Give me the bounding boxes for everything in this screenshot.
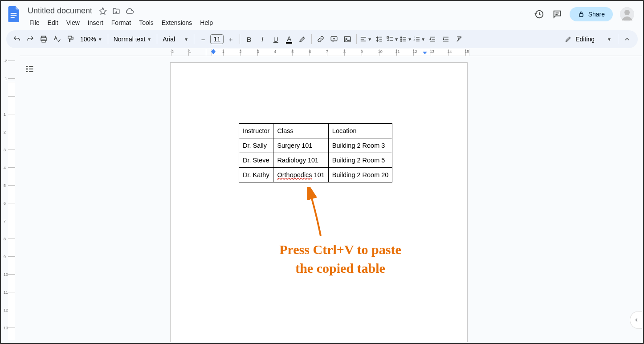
vertical-ruler[interactable]: -2-112345678910111213	[2, 56, 20, 342]
menu-format[interactable]: Format	[108, 17, 135, 28]
paragraph-style-select[interactable]: Normal text▼	[111, 36, 154, 43]
svg-rect-0	[11, 13, 17, 14]
insert-image-button[interactable]	[341, 33, 354, 45]
zoom-select[interactable]: 100%▼	[77, 36, 105, 43]
share-label: Share	[588, 11, 605, 18]
svg-rect-2	[11, 17, 15, 18]
svg-rect-13	[387, 36, 389, 38]
docs-logo-icon[interactable]	[6, 6, 22, 22]
account-avatar[interactable]	[620, 7, 634, 21]
document-table[interactable]: Instructor Class Location Dr. Sally Surg…	[239, 123, 392, 182]
paint-format-button[interactable]	[64, 33, 77, 45]
collapse-toolbar-button[interactable]	[621, 33, 633, 45]
table-row: Dr. Steve Radiology 101 Building 2 Room …	[239, 153, 392, 168]
table-cell[interactable]: Orthopedics 101	[273, 168, 328, 182]
svg-point-21	[27, 71, 28, 72]
menubar: File Edit View Insert Format Tools Exten…	[26, 17, 534, 28]
first-line-marker[interactable]	[211, 52, 216, 54]
indent-decrease-button[interactable]	[426, 33, 439, 45]
table-cell[interactable]: Surgery 101	[273, 138, 328, 153]
bold-button[interactable]: B	[243, 33, 255, 45]
table-row: Dr. Sally Surgery 101 Building 2 Room 3	[239, 138, 392, 153]
cloud-status-icon[interactable]	[125, 7, 134, 16]
svg-text:2: 2	[414, 38, 415, 41]
menu-edit[interactable]: Edit	[44, 17, 62, 28]
table-cell[interactable]: Dr. Kathy	[239, 168, 273, 182]
table-cell[interactable]: Dr. Steve	[239, 153, 273, 168]
document-title[interactable]: Untitled document	[26, 5, 94, 16]
redo-button[interactable]	[24, 33, 37, 45]
menu-view[interactable]: View	[63, 17, 83, 28]
document-page[interactable]: Instructor Class Location Dr. Sally Surg…	[170, 62, 468, 342]
side-panel-toggle[interactable]	[630, 311, 642, 329]
svg-point-20	[27, 69, 28, 69]
underline-button[interactable]: U	[269, 33, 282, 45]
document-outline-button[interactable]	[23, 62, 37, 76]
text-cursor	[214, 240, 214, 248]
table-header-cell[interactable]: Instructor	[239, 124, 273, 138]
undo-button[interactable]	[11, 33, 23, 45]
numbered-list-button[interactable]: 12▼	[413, 33, 425, 45]
svg-point-14	[401, 37, 402, 38]
insert-link-button[interactable]	[314, 33, 327, 45]
clear-format-button[interactable]	[453, 33, 465, 45]
bullet-list-button[interactable]: ▼	[399, 33, 412, 45]
font-size-increase[interactable]: +	[224, 33, 237, 45]
table-cell[interactable]: Building 2 Room 3	[328, 138, 392, 153]
menu-file[interactable]: File	[26, 17, 43, 28]
italic-button[interactable]: I	[256, 33, 269, 45]
line-spacing-button[interactable]	[373, 33, 385, 45]
insert-comment-button[interactable]	[328, 33, 340, 45]
svg-point-16	[401, 40, 402, 41]
table-row: Instructor Class Location	[239, 124, 392, 138]
checklist-button[interactable]: ▼	[386, 33, 399, 45]
table-header-cell[interactable]: Class	[273, 124, 328, 138]
svg-rect-1	[11, 15, 17, 16]
menu-tools[interactable]: Tools	[135, 17, 157, 28]
svg-rect-11	[344, 36, 351, 42]
svg-rect-3	[579, 14, 583, 17]
table-cell[interactable]: Building 2 Room 20	[328, 168, 392, 182]
font-select[interactable]: Arial▼	[160, 36, 191, 43]
table-cell[interactable]: Radiology 101	[273, 153, 328, 168]
table-header-cell[interactable]: Location	[328, 124, 392, 138]
spellcheck-button[interactable]	[51, 33, 63, 45]
font-size-input[interactable]	[210, 34, 224, 44]
menu-help[interactable]: Help	[196, 17, 216, 28]
editing-mode-select[interactable]: Editing ▼	[561, 36, 615, 43]
menu-extensions[interactable]: Extensions	[158, 17, 196, 28]
svg-rect-9	[68, 36, 72, 38]
print-button[interactable]	[37, 33, 50, 45]
comments-icon[interactable]	[552, 9, 562, 20]
align-button[interactable]: ▼	[359, 33, 372, 45]
highlight-button[interactable]	[296, 33, 309, 45]
font-size-decrease[interactable]: −	[197, 33, 209, 45]
history-icon[interactable]	[534, 9, 545, 20]
text-color-button[interactable]: A	[283, 33, 295, 45]
star-icon[interactable]	[98, 7, 107, 16]
table-cell[interactable]: Dr. Sally	[239, 138, 273, 153]
horizontal-ruler[interactable]: -2-1123456789101112131415	[20, 49, 642, 56]
table-cell[interactable]: Building 2 Room 5	[328, 153, 392, 168]
share-button[interactable]: Share	[570, 7, 613, 21]
move-icon[interactable]	[112, 7, 121, 16]
svg-point-5	[624, 10, 630, 15]
svg-point-19	[27, 66, 28, 67]
table-row: Dr. Kathy Orthopedics 101 Building 2 Roo…	[239, 168, 392, 182]
indent-increase-button[interactable]	[440, 33, 452, 45]
svg-point-15	[401, 39, 402, 40]
menu-insert[interactable]: Insert	[84, 17, 107, 28]
right-indent-marker[interactable]	[423, 52, 427, 54]
toolbar: 100%▼ Normal text▼ Arial▼ − + B I U A ▼ …	[6, 30, 638, 48]
